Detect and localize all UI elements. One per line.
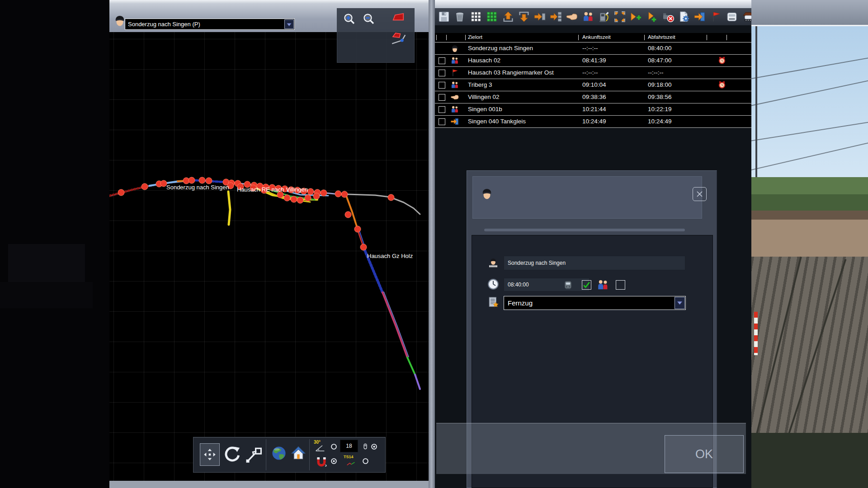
insert-entry-button[interactable] bbox=[533, 10, 546, 23]
schedule-settings-button[interactable] bbox=[678, 10, 690, 23]
save-button[interactable] bbox=[438, 10, 450, 23]
passengers-checkbox[interactable] bbox=[616, 280, 625, 290]
marker-flag-button[interactable] bbox=[710, 10, 722, 23]
dropdown-arrow-icon[interactable] bbox=[675, 297, 685, 309]
row-zielort: Sonderzug nach Singen bbox=[468, 45, 533, 52]
row-checkbox[interactable] bbox=[439, 82, 445, 89]
ok-button[interactable]: OK bbox=[665, 435, 744, 473]
pan-tool-button[interactable] bbox=[200, 443, 220, 466]
remove-train-button[interactable] bbox=[662, 10, 675, 23]
clock-icon bbox=[487, 278, 500, 291]
route-segment-east-gray bbox=[348, 194, 420, 214]
route-segment-branch-green bbox=[407, 357, 415, 375]
gradient-profile-icon[interactable] bbox=[388, 10, 409, 24]
divider bbox=[266, 439, 266, 470]
add-stop-button[interactable] bbox=[630, 10, 642, 23]
column-zielort: Zielort bbox=[468, 34, 482, 40]
row-abfahrtszeit: 10:24:49 bbox=[648, 118, 672, 125]
row-abfahrtszeit: 09:18:00 bbox=[648, 81, 672, 88]
dark-building-shape bbox=[8, 244, 85, 286]
alarm-clock-icon bbox=[717, 80, 726, 89]
window-chrome-top bbox=[435, 0, 751, 8]
magnet-snap-radio[interactable] bbox=[330, 457, 338, 465]
row-zielort: Hausach 03 Rangiermarker Ost bbox=[468, 69, 554, 76]
train-checkbox[interactable] bbox=[582, 280, 591, 290]
schedule-table: Zielort Ankunftszeit Abfahrtszeit Sonder… bbox=[435, 33, 751, 128]
row-ankunftszeit: --:--:-- bbox=[582, 69, 598, 76]
train-name-field[interactable]: Sonderzug nach Singen bbox=[504, 256, 685, 270]
row-abfahrtszeit: 08:47:00 bbox=[648, 57, 672, 64]
table-row[interactable]: Villingen 0209:38:3609:38:56 bbox=[435, 91, 751, 103]
map-panel-bottom-edge bbox=[109, 481, 435, 488]
mouse-mode-radio[interactable] bbox=[370, 443, 378, 450]
route-map-panel: Sonderzug nach Singen (P) Sonderzug nach… bbox=[109, 0, 435, 488]
row-abfahrtszeit: 09:38:56 bbox=[648, 94, 672, 100]
rotate-tool-button[interactable] bbox=[222, 444, 241, 465]
table-row[interactable]: Triberg 309:10:0409:18:00 bbox=[435, 79, 751, 91]
row-checkbox[interactable] bbox=[439, 94, 445, 101]
row-abfahrtszeit: 10:22:19 bbox=[648, 106, 672, 113]
add-stop-alt-button[interactable] bbox=[646, 10, 658, 23]
pointer-button[interactable] bbox=[566, 10, 578, 23]
delete-button[interactable] bbox=[453, 10, 466, 23]
building bbox=[751, 220, 868, 257]
table-row[interactable]: Singen 040 Tankgleis10:24:4910:24:49 bbox=[435, 116, 751, 128]
divider bbox=[309, 439, 310, 470]
row-ankunftszeit: 10:24:49 bbox=[582, 118, 606, 125]
grid-green-button[interactable] bbox=[486, 10, 498, 23]
refuel-button[interactable] bbox=[598, 10, 610, 23]
move-down-button[interactable] bbox=[518, 10, 530, 23]
move-up-button[interactable] bbox=[502, 10, 514, 23]
passengers-button[interactable] bbox=[582, 10, 594, 23]
dropdown-arrow-icon[interactable] bbox=[284, 19, 294, 29]
table-row[interactable]: Hausach 0208:41:3908:47:00 bbox=[435, 55, 751, 67]
train-selector-dropdown[interactable]: Sonderzug nach Singen (P) bbox=[125, 19, 295, 30]
row-checkbox[interactable] bbox=[439, 70, 445, 76]
route-segment-branch-purple bbox=[415, 375, 420, 389]
ts-graph-icon bbox=[343, 459, 359, 468]
dark-building-shape bbox=[0, 282, 93, 308]
train-name-icon bbox=[488, 255, 499, 271]
move-node-tool-button[interactable] bbox=[244, 446, 263, 465]
angle-snap-radio[interactable] bbox=[330, 443, 338, 450]
slope-profile-icon[interactable] bbox=[390, 28, 409, 47]
ts-mode-radio[interactable] bbox=[362, 457, 369, 465]
dialog-header bbox=[472, 176, 702, 219]
to-depot-button[interactable] bbox=[693, 10, 706, 23]
row-ankunftszeit: --:--:-- bbox=[582, 45, 598, 52]
train-front-button[interactable] bbox=[726, 10, 738, 23]
grid-white-button[interactable] bbox=[470, 10, 482, 23]
home-button[interactable] bbox=[290, 445, 307, 462]
row-checkbox[interactable] bbox=[439, 57, 445, 64]
angle-snap-label: 30° bbox=[314, 440, 321, 445]
zoom-out-icon[interactable] bbox=[362, 12, 376, 26]
route-svg: Sonderzug nach SingenHausach RE nach Vil… bbox=[109, 32, 435, 481]
grid-size-value[interactable]: 18 bbox=[340, 440, 358, 452]
row-checkbox[interactable] bbox=[439, 106, 445, 113]
flag-red-icon bbox=[449, 68, 460, 77]
table-row[interactable]: Singen 001b10:21:4410:22:19 bbox=[435, 103, 751, 116]
insert-list-button[interactable] bbox=[550, 10, 562, 23]
train-type-dropdown[interactable]: Fernzug bbox=[504, 296, 686, 310]
dialog-slider-bar[interactable] bbox=[484, 229, 685, 231]
passengers-icon bbox=[595, 278, 610, 291]
table-row[interactable]: Sonderzug nach Singen--:--:--08:40:00 bbox=[435, 42, 751, 55]
background-scene-left bbox=[0, 0, 109, 488]
bushes bbox=[751, 433, 868, 488]
center-view-button[interactable] bbox=[613, 10, 626, 23]
close-button[interactable] bbox=[693, 187, 707, 201]
window-chrome-top bbox=[751, 0, 868, 25]
background-3d-scene bbox=[751, 0, 868, 488]
ts-version-label: TS14 bbox=[344, 455, 354, 459]
row-zielort: Singen 001b bbox=[468, 106, 502, 113]
zoom-in-icon[interactable] bbox=[343, 12, 356, 26]
table-row[interactable]: Hausach 03 Rangiermarker Ost--:--:----:-… bbox=[435, 67, 751, 79]
dialog-footer-overlay: OK bbox=[436, 423, 746, 474]
departure-time-field[interactable]: 08:40:00 bbox=[504, 278, 590, 291]
globe-button[interactable] bbox=[270, 445, 288, 462]
train-scheduler-screen: { "toolbar": { "items": [ {"name":"save"… bbox=[0, 0, 868, 488]
row-zielort: Villingen 02 bbox=[468, 94, 500, 100]
mouse-icon bbox=[362, 441, 369, 451]
row-checkbox[interactable] bbox=[439, 118, 445, 125]
panel-divider bbox=[429, 0, 435, 488]
